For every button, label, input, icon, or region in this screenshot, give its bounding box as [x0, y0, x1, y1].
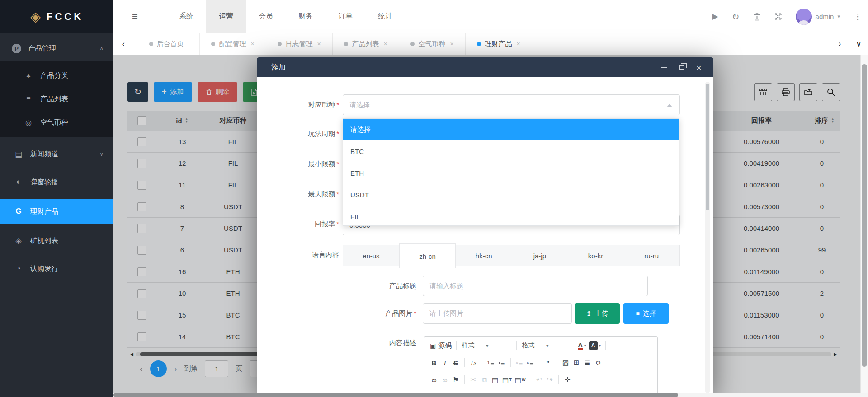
tab[interactable]: 产品列表 × [333, 33, 399, 55]
blockquote-button[interactable]: ” [542, 357, 553, 369]
select-all-checkbox[interactable] [137, 116, 146, 125]
row-checkbox[interactable] [137, 137, 146, 146]
row-checkbox[interactable] [137, 181, 146, 190]
sidebar-subitem[interactable]: ≡ 产品列表 [0, 87, 113, 111]
refresh-button[interactable]: ↻ [127, 82, 148, 102]
tab[interactable]: 配置管理 × [200, 33, 266, 55]
tab-close-icon[interactable]: × [383, 40, 387, 47]
bold-button[interactable]: B [429, 357, 439, 369]
col-sort[interactable]: 排序 ▲▼ [804, 111, 840, 131]
text-color-button[interactable]: A▾ [576, 340, 587, 351]
user-menu[interactable]: admin ▾ [796, 9, 840, 25]
sidebar-group-product-management[interactable]: P 产品管理 ∧ [0, 38, 113, 58]
format-combo[interactable]: 格式▾ [520, 341, 570, 350]
tab[interactable]: 日志管理 × [266, 33, 333, 55]
special-char-button[interactable]: Ω [593, 357, 604, 369]
paste-button[interactable]: ▤ [490, 374, 500, 386]
page-vertical-scrollbar[interactable] [860, 55, 868, 397]
indent-button[interactable]: »≡ [525, 357, 536, 369]
dialog-header[interactable]: 添加 × [257, 57, 713, 77]
vertical-scrollbar-thumb[interactable] [862, 64, 867, 367]
coin-select[interactable]: 请选择 [343, 94, 680, 115]
paste-text-button[interactable]: ▤T [500, 374, 513, 386]
language-tab[interactable]: ru-ru [623, 245, 679, 266]
dialog-scrollbar[interactable] [705, 82, 710, 393]
styles-combo[interactable]: 样式▾ [460, 341, 513, 350]
anchor-button[interactable]: ⚑ [450, 374, 461, 386]
copy-button[interactable]: ⧉ [479, 374, 490, 386]
dropdown-option[interactable]: ETH [343, 162, 679, 184]
bullet-list-button[interactable]: •≡ [496, 357, 507, 369]
row-checkbox[interactable] [137, 202, 146, 211]
tab-close-icon[interactable]: × [250, 40, 254, 47]
col-id[interactable]: id ▲▼ [156, 111, 208, 131]
language-tab[interactable]: zh-cn [399, 243, 456, 268]
top-menu-item[interactable]: 系统 [166, 0, 206, 33]
search-icon[interactable] [822, 83, 840, 101]
source-button[interactable]: ▣ 源码 [429, 340, 453, 351]
next-page-icon[interactable]: › [174, 364, 177, 374]
scroll-left-icon[interactable]: ◀ [127, 352, 136, 357]
top-menu-item[interactable]: 统计 [365, 0, 405, 33]
paste-word-button[interactable]: ▤W [513, 374, 527, 386]
row-checkbox[interactable] [137, 159, 146, 168]
cut-button[interactable]: ✂ [468, 374, 479, 386]
maximize-button[interactable]: ✛ [562, 374, 573, 386]
undo-button[interactable]: ↶ [533, 374, 544, 386]
page-horizontal-scrollbar[interactable] [113, 393, 868, 397]
upload-button[interactable]: ↥ 上传 [575, 303, 620, 324]
dialog-scrollbar-thumb[interactable] [706, 84, 709, 210]
language-tab[interactable]: ko-kr [568, 245, 624, 266]
col-coin[interactable]: 对应币种 [208, 111, 258, 131]
table-button[interactable]: ⊞ [571, 357, 582, 369]
row-checkbox[interactable] [137, 311, 146, 320]
row-checkbox[interactable] [137, 224, 146, 233]
run-icon[interactable]: ▶ [712, 12, 718, 21]
col-rate[interactable]: 回报率 [719, 111, 804, 131]
language-tab[interactable]: hk-cn [456, 245, 512, 266]
outdent-button[interactable]: «≡ [514, 357, 525, 369]
tab[interactable]: 后台首页 [133, 33, 200, 55]
horizontal-rule-button[interactable]: ≣ [582, 357, 593, 369]
unlink-button[interactable]: ∞ [439, 374, 450, 386]
product-title-input[interactable]: 请输入标题 [423, 276, 648, 296]
close-icon[interactable]: × [696, 63, 702, 72]
dropdown-option[interactable]: USDT [343, 184, 679, 206]
prev-page-icon[interactable]: ‹ [140, 364, 143, 374]
tab[interactable]: 空气币种 × [399, 33, 466, 55]
top-menu-item[interactable]: 会员 [246, 0, 286, 33]
columns-toggle-icon[interactable] [754, 83, 772, 101]
sidebar-item[interactable]: ◈ 矿机列表 [0, 230, 113, 252]
fullscreen-icon[interactable] [774, 13, 782, 20]
maximize-icon[interactable] [679, 65, 684, 70]
tab-close-icon[interactable]: × [516, 40, 520, 47]
language-tab[interactable]: ja-jp [512, 245, 568, 266]
print-icon[interactable] [777, 83, 795, 101]
dropdown-option[interactable]: FIL [343, 206, 679, 226]
sidebar-item[interactable]: ◔ 认购发行 [0, 258, 113, 280]
sidebar-item[interactable]: ▤ 新闻频道 ∨ [0, 143, 113, 165]
tabs-collapse-icon[interactable]: ∨ [849, 33, 868, 55]
tab[interactable]: 理财产品 × [466, 33, 532, 55]
tab-close-icon[interactable]: × [317, 40, 321, 47]
delete-button[interactable]: 删除 [198, 82, 237, 102]
ordered-list-button[interactable]: 1≡ [486, 357, 496, 369]
export-data-icon[interactable] [799, 83, 817, 101]
row-checkbox[interactable] [137, 267, 146, 276]
tabs-scroll-right-icon[interactable]: › [830, 33, 849, 55]
minimize-icon[interactable] [661, 67, 667, 68]
sidebar-subitem[interactable]: ◎ 空气币种 [0, 111, 113, 134]
sidebar-item[interactable]: ◐ 弹窗轮播 [0, 171, 113, 193]
row-checkbox[interactable] [137, 332, 146, 341]
dropdown-option[interactable]: BTC [343, 140, 679, 162]
tabs-scroll-left-icon[interactable]: ‹ [113, 33, 133, 55]
choose-button[interactable]: ≡ 选择 [623, 303, 669, 324]
top-menu-item[interactable]: 订单 [326, 0, 365, 33]
top-menu-item[interactable]: 财务 [286, 0, 326, 33]
dropdown-option[interactable]: 请选择 [343, 119, 679, 140]
add-button[interactable]: +添加 [154, 82, 192, 102]
sidebar-subitem[interactable]: ∗ 产品分类 [0, 64, 113, 87]
current-page-badge[interactable]: 1 [150, 360, 167, 377]
top-menu-item[interactable]: 运营 [206, 0, 246, 33]
link-button[interactable]: ∞ [429, 374, 439, 386]
